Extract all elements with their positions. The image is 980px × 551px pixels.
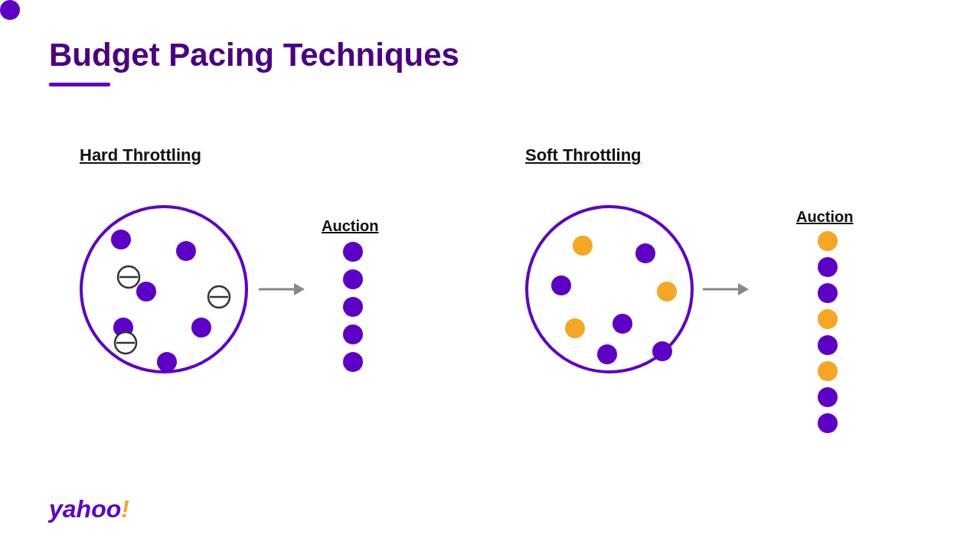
soft-arrow <box>703 277 749 302</box>
title-underline <box>49 83 110 86</box>
svg-marker-9 <box>738 283 749 295</box>
soft-dot-purple-2 <box>551 276 571 295</box>
hard-arrow <box>259 277 305 302</box>
soft-dot-purple-5 <box>652 341 672 361</box>
soft-auction-dot-4 <box>818 309 838 329</box>
hard-dot-6 <box>157 352 177 372</box>
hard-throttling-label: Hard Throttling <box>80 145 201 165</box>
yahoo-logo: yahoo! <box>49 495 129 523</box>
soft-throttling-label: Soft Throttling <box>525 145 642 165</box>
hard-auction-dot-5 <box>343 352 363 372</box>
soft-auction-dot-2 <box>818 257 838 277</box>
soft-auction-dot-7 <box>818 387 838 407</box>
soft-auction-label: Auction <box>796 208 853 226</box>
soft-dot-orange-3 <box>565 318 585 338</box>
hard-auction-label: Auction <box>322 217 378 235</box>
soft-dot-orange-2 <box>657 282 677 302</box>
svg-marker-7 <box>294 283 305 295</box>
hard-auction-dot-1 <box>343 242 363 262</box>
soft-dot-purple-1 <box>635 243 655 263</box>
soft-dot-purple-4 <box>597 344 617 364</box>
no-entry-icon-2 <box>207 285 231 309</box>
soft-dot-purple-3 <box>612 314 632 334</box>
hard-auction-dot-2 <box>343 269 363 289</box>
hard-auction-dot-4 <box>343 324 363 344</box>
hard-auction-dot-3 <box>343 297 363 317</box>
no-entry-icon-3 <box>113 331 138 355</box>
soft-dot-orange-1 <box>573 236 593 256</box>
no-entry-icon-1 <box>116 265 141 289</box>
soft-auction-dot-6 <box>818 361 838 381</box>
soft-auction-dot-3 <box>818 283 838 303</box>
soft-auction-dot-8 <box>818 413 838 433</box>
hard-dot-2 <box>176 241 196 261</box>
soft-auction-dot-1 <box>818 231 838 251</box>
soft-auction-dot-5 <box>818 335 838 355</box>
hard-dot-5 <box>191 318 211 337</box>
hard-dot-1 <box>111 230 131 249</box>
hard-auction-dot-1 <box>0 0 20 20</box>
yahoo-exclamation: ! <box>121 495 129 523</box>
page-title: Budget Pacing Techniques <box>49 37 459 73</box>
